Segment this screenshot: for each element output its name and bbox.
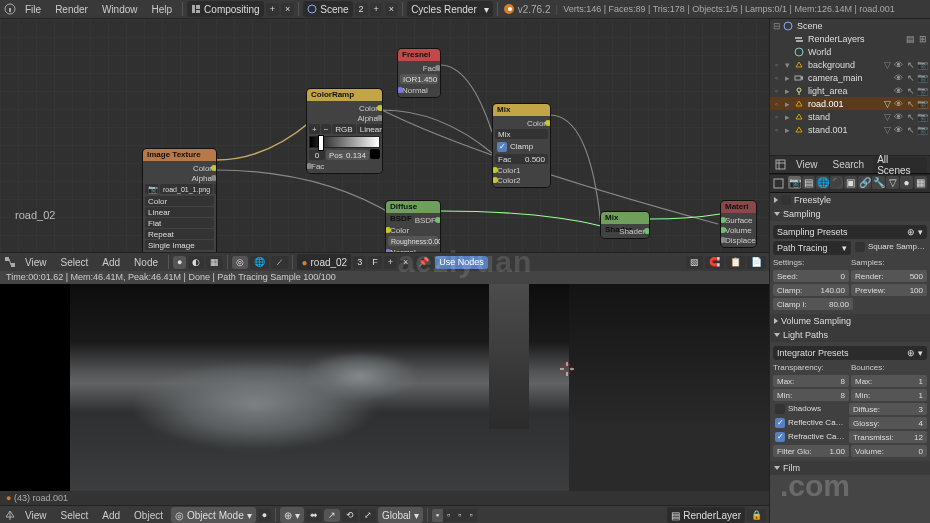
panel-volume-sampling[interactable]: Volume Sampling: [770, 314, 930, 328]
integrator-dd[interactable]: Path Tracing▾: [773, 241, 851, 255]
tab-world[interactable]: ⚫: [830, 176, 843, 189]
sampling-preset-dd[interactable]: Sampling Presets⊕ ▾: [773, 225, 927, 239]
orientation-dd[interactable]: Global ▾: [378, 507, 423, 523]
node-mix-shader[interactable]: Mix Shader Shader: [601, 212, 649, 238]
tab-constraint[interactable]: 🔗: [858, 176, 871, 189]
tree-type-shader[interactable]: ●: [173, 256, 186, 269]
manipulator[interactable]: ⬌: [306, 509, 322, 522]
volume-bounces[interactable]: Volume:0: [851, 445, 927, 457]
tree-type-tex[interactable]: ▦: [206, 256, 223, 269]
transmission-bounces[interactable]: Transmissi:12: [849, 431, 927, 443]
ne-menu-add[interactable]: Add: [96, 255, 126, 270]
mat-add[interactable]: +: [384, 256, 397, 269]
square-samples-chk[interactable]: Square Samp…: [853, 240, 927, 253]
engine-dropdown[interactable]: Cycles Render▾: [407, 1, 493, 17]
ol-filter-dd[interactable]: All Scenes: [873, 157, 927, 173]
scene-add[interactable]: +: [370, 3, 383, 16]
scene-users[interactable]: 2: [355, 3, 368, 16]
filter-glossy[interactable]: Filter Glo:1.00: [773, 445, 849, 457]
diffuse-bounces[interactable]: Diffuse:3: [849, 403, 927, 415]
panel-freestyle[interactable]: Freestyle: [770, 193, 930, 207]
properties-icon[interactable]: [773, 177, 784, 191]
manip-scale[interactable]: ⤢: [360, 509, 376, 522]
info-editor-icon[interactable]: [3, 2, 17, 16]
refractive-caustics-chk[interactable]: ✓Refractive Ca…: [773, 430, 847, 443]
3dview-icon[interactable]: [3, 508, 17, 522]
mat-fake[interactable]: F: [368, 256, 382, 269]
ol-road[interactable]: road.001: [806, 99, 882, 109]
shader-line[interactable]: ⟋: [271, 256, 288, 269]
copy-nodes[interactable]: 📋: [726, 256, 745, 269]
node-editor-icon[interactable]: [3, 255, 17, 269]
outliner[interactable]: ⊟Scene RenderLayers▤⊞ World ◦▾background…: [770, 19, 930, 155]
mode-dropdown[interactable]: ◎ Object Mode ▾: [171, 507, 256, 523]
tab-layers[interactable]: ▤: [802, 176, 815, 189]
v3-menu-add[interactable]: Add: [96, 508, 126, 523]
shader-obj[interactable]: ◎: [232, 256, 248, 269]
layout-add[interactable]: +: [266, 3, 279, 16]
renderlayer-dd[interactable]: ▤ RenderLayer: [667, 507, 745, 523]
ol-renderlayers[interactable]: RenderLayers: [806, 34, 903, 44]
pivot-dd[interactable]: ⊕ ▾: [280, 507, 304, 523]
ol-stand001[interactable]: stand.001: [806, 125, 882, 135]
node-image-texture[interactable]: Image Texture Color Alpha 📷road_01_1.png…: [143, 149, 216, 252]
tab-render[interactable]: 📷: [788, 176, 801, 189]
ol-light[interactable]: light_area: [806, 86, 891, 96]
clamp-field[interactable]: Clamp:140.00: [773, 284, 849, 296]
layout-del[interactable]: ×: [281, 3, 294, 16]
layout-dropdown[interactable]: Compositing: [187, 1, 264, 17]
outliner-scene[interactable]: Scene: [795, 21, 928, 31]
mat-users[interactable]: 3: [353, 256, 366, 269]
material-dd[interactable]: ●road_02: [297, 254, 351, 270]
tree-type-comp[interactable]: ◐: [188, 256, 204, 269]
ol-menu-search[interactable]: Search: [827, 157, 871, 172]
lock-camera[interactable]: 🔒: [747, 509, 766, 522]
node-fresnel[interactable]: Fresnel Fac IOR1.450 Normal: [398, 49, 440, 97]
menu-file[interactable]: File: [19, 2, 47, 17]
render-samples-field[interactable]: Render:500: [851, 270, 927, 282]
ne-menu-select[interactable]: Select: [55, 255, 95, 270]
shader-world[interactable]: 🌐: [250, 256, 269, 269]
v3-menu-select[interactable]: Select: [55, 508, 95, 523]
node-material-output[interactable]: Materi Surface Volume Displace: [721, 201, 756, 247]
preview-samples-field[interactable]: Preview:100: [851, 284, 927, 296]
manip-rot[interactable]: ⟲: [342, 509, 358, 522]
node-colorramp[interactable]: ColorRamp Color Alpha +−RGBLinear 0Pos0.…: [307, 89, 382, 173]
scene-del[interactable]: ×: [385, 3, 398, 16]
seed-field[interactable]: Seed:0: [773, 270, 849, 282]
manip-move[interactable]: ↗: [324, 509, 340, 522]
panel-light-paths[interactable]: Light Paths: [770, 328, 930, 342]
tab-data[interactable]: ▽: [886, 176, 899, 189]
paste-nodes[interactable]: 📄: [747, 256, 766, 269]
clamp-indirect-field[interactable]: Clamp I:80.00: [773, 298, 853, 310]
tab-material[interactable]: ●: [900, 176, 913, 189]
tab-scene[interactable]: 🌐: [816, 176, 829, 189]
trans-max[interactable]: Max:8: [773, 375, 849, 387]
tab-object[interactable]: ▣: [844, 176, 857, 189]
integrator-preset-dd[interactable]: Integrator Presets⊕ ▾: [773, 346, 927, 360]
reflective-caustics-chk[interactable]: ✓Reflective Ca…: [773, 416, 847, 429]
layer-buttons[interactable]: ▪▫▫▫: [432, 509, 477, 522]
menu-render[interactable]: Render: [49, 2, 94, 17]
node-editor[interactable]: Fresnel Fac IOR1.450 Normal ColorRamp Co…: [0, 19, 769, 252]
backdrop[interactable]: ▧: [686, 256, 703, 269]
trans-min[interactable]: Min:8: [773, 389, 849, 401]
bounce-min[interactable]: Min:1: [851, 389, 927, 401]
ne-menu-node[interactable]: Node: [128, 255, 164, 270]
ne-menu-view[interactable]: View: [19, 255, 53, 270]
menu-window[interactable]: Window: [96, 2, 144, 17]
ol-camera[interactable]: camera_main: [806, 73, 891, 83]
3d-viewport[interactable]: [0, 284, 769, 491]
snap[interactable]: 🧲: [705, 256, 724, 269]
v3-menu-object[interactable]: Object: [128, 508, 169, 523]
v3-menu-view[interactable]: View: [19, 508, 53, 523]
outliner-icon[interactable]: [773, 158, 787, 172]
ol-menu-view[interactable]: View: [790, 157, 824, 172]
ol-stand[interactable]: stand: [806, 112, 882, 122]
ol-world[interactable]: World: [806, 47, 928, 57]
shadows-chk[interactable]: Shadows: [773, 402, 847, 415]
tab-modifier[interactable]: 🔧: [872, 176, 885, 189]
scene-dropdown[interactable]: Scene: [303, 1, 352, 17]
menu-help[interactable]: Help: [146, 2, 179, 17]
shading-rendered[interactable]: ●: [258, 509, 271, 522]
